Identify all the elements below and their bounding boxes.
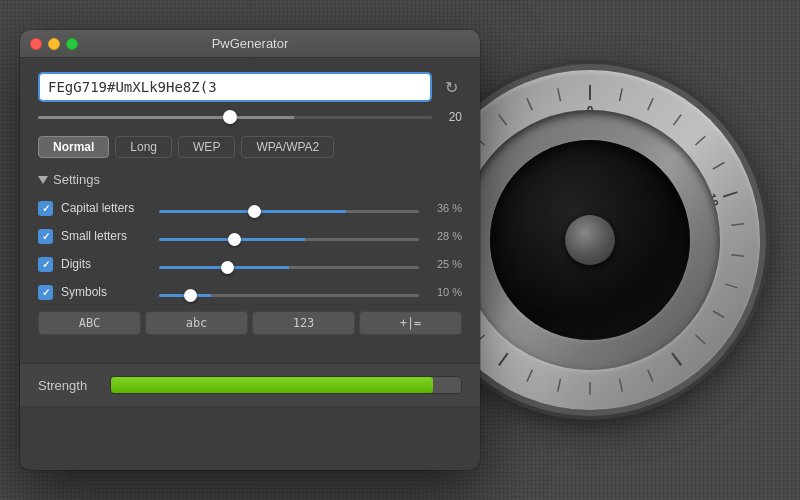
svg-line-19 <box>558 379 561 392</box>
strength-bar-background <box>110 376 462 394</box>
slider-capitals[interactable] <box>159 210 419 213</box>
app-window: PwGenerator ↻ 20 Normal Long WEP WPA/WPA… <box>20 30 480 470</box>
slider-wrap-small <box>159 227 419 245</box>
svg-line-7 <box>696 136 706 145</box>
check-icon-capitals: ✓ <box>42 203 50 214</box>
settings-header: Settings <box>38 172 462 187</box>
password-row: ↻ <box>38 72 462 102</box>
settings-label: Settings <box>53 172 100 187</box>
mode-wpa[interactable]: WPA/WPA2 <box>241 136 334 158</box>
main-content: ↻ 20 Normal Long WEP WPA/WPA2 Settings ✓… <box>20 58 480 363</box>
svg-line-31 <box>527 98 532 110</box>
mode-wep[interactable]: WEP <box>178 136 235 158</box>
slider-wrap-digits <box>159 255 419 273</box>
safe-inner-ring <box>460 110 720 370</box>
pct-capitals: 36 % <box>427 202 462 214</box>
svg-line-8 <box>713 163 724 170</box>
svg-line-13 <box>713 311 724 318</box>
charset-row: ABC abc 123 +|= <box>38 311 462 335</box>
label-capitals: Capital letters <box>61 201 151 215</box>
svg-line-12 <box>725 284 737 288</box>
slider-wrap-capitals <box>159 199 419 217</box>
charset-uppercase[interactable]: ABC <box>38 311 141 335</box>
slider-small[interactable] <box>159 238 419 241</box>
label-symbols: Symbols <box>61 285 151 299</box>
svg-line-16 <box>648 370 653 382</box>
check-icon-digits: ✓ <box>42 259 50 270</box>
password-input[interactable] <box>38 72 432 102</box>
charset-symbols[interactable]: +|= <box>359 311 462 335</box>
minimize-button[interactable] <box>48 38 60 50</box>
svg-line-4 <box>620 88 623 101</box>
window-title: PwGenerator <box>212 36 289 51</box>
traffic-lights <box>30 38 78 50</box>
pct-symbols: 10 % <box>427 286 462 298</box>
check-icon-symbols: ✓ <box>42 287 50 298</box>
pct-digits: 25 % <box>427 258 462 270</box>
checkbox-symbols[interactable]: ✓ <box>38 285 53 300</box>
title-bar: PwGenerator <box>20 30 480 58</box>
close-button[interactable] <box>30 38 42 50</box>
setting-row-digits: ✓ Digits 25 % <box>38 255 462 273</box>
length-slider-row: 20 <box>38 110 462 124</box>
svg-line-11 <box>731 255 744 256</box>
settings-triangle[interactable] <box>38 176 48 184</box>
svg-line-6 <box>673 115 681 126</box>
svg-line-32 <box>558 88 561 101</box>
safe-center <box>490 140 690 340</box>
setting-row-capitals: ✓ Capital letters 36 % <box>38 199 462 217</box>
svg-line-30 <box>499 115 507 126</box>
checkbox-capitals[interactable]: ✓ <box>38 201 53 216</box>
mode-buttons: Normal Long WEP WPA/WPA2 <box>38 136 462 158</box>
safe-knob <box>565 215 615 265</box>
label-small: Small letters <box>61 229 151 243</box>
label-digits: Digits <box>61 257 151 271</box>
svg-line-10 <box>731 224 744 225</box>
charset-digits[interactable]: 123 <box>252 311 355 335</box>
checkbox-small[interactable]: ✓ <box>38 229 53 244</box>
svg-line-21 <box>499 353 508 365</box>
svg-line-5 <box>648 98 653 110</box>
setting-row-small: ✓ Small letters 28 % <box>38 227 462 245</box>
length-value: 20 <box>440 110 462 124</box>
setting-row-symbols: ✓ Symbols 10 % <box>38 283 462 301</box>
strength-section: Strength <box>20 363 480 406</box>
mode-normal[interactable]: Normal <box>38 136 109 158</box>
check-icon-small: ✓ <box>42 231 50 242</box>
charset-lowercase[interactable]: abc <box>145 311 248 335</box>
slider-symbols[interactable] <box>159 294 419 297</box>
strength-bar-fill <box>111 377 433 393</box>
svg-line-20 <box>527 370 532 382</box>
svg-line-9 <box>723 192 737 197</box>
slider-digits[interactable] <box>159 266 419 269</box>
mode-long[interactable]: Long <box>115 136 172 158</box>
length-slider[interactable] <box>38 116 432 119</box>
slider-wrap-symbols <box>159 283 419 301</box>
svg-line-14 <box>696 335 706 344</box>
checkbox-digits[interactable]: ✓ <box>38 257 53 272</box>
refresh-button[interactable]: ↻ <box>440 76 462 98</box>
maximize-button[interactable] <box>66 38 78 50</box>
svg-line-15 <box>672 353 681 365</box>
pct-small: 28 % <box>427 230 462 242</box>
strength-label: Strength <box>38 378 98 393</box>
svg-line-17 <box>620 379 623 392</box>
